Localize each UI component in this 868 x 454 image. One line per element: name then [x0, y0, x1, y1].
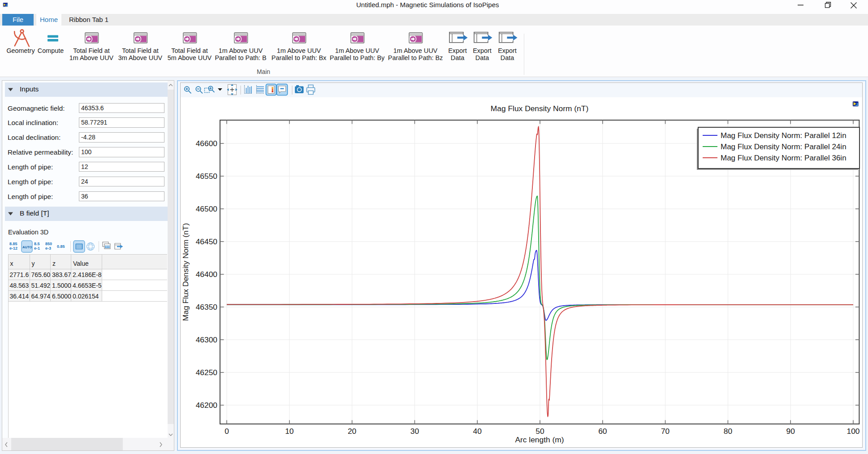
svg-text:Mag Flux Density Norm (nT): Mag Flux Density Norm (nT): [491, 104, 588, 113]
svg-text:e-12: e-12: [9, 246, 17, 251]
svg-text:80: 80: [724, 427, 732, 436]
svg-text:90: 90: [786, 427, 795, 436]
svg-text:100: 100: [846, 427, 859, 436]
svg-text:46400: 46400: [196, 270, 217, 279]
svg-text:46600: 46600: [196, 139, 217, 148]
svg-text:20: 20: [348, 427, 356, 436]
svg-text:e-1: e-1: [34, 246, 40, 251]
svg-text:850: 850: [45, 242, 52, 246]
svg-text:e-3: e-3: [45, 246, 51, 251]
svg-text:Arc length (m): Arc length (m): [515, 435, 564, 444]
svg-text:Mag Flux Density Norm (nT): Mag Flux Density Norm (nT): [181, 223, 190, 321]
svg-text:40: 40: [473, 427, 482, 436]
svg-text:10: 10: [285, 427, 294, 436]
svg-text:70: 70: [661, 427, 669, 436]
svg-text:0: 0: [225, 427, 229, 436]
svg-text:46450: 46450: [196, 237, 217, 246]
svg-text:AUTO: AUTO: [22, 245, 32, 249]
svg-text:46250: 46250: [196, 368, 217, 377]
svg-text:60: 60: [598, 427, 607, 436]
svg-text:46300: 46300: [196, 335, 217, 344]
svg-text:50: 50: [535, 427, 544, 436]
svg-text:Mag Flux Density Norm: Paralle: Mag Flux Density Norm: Parallel 24in: [721, 143, 846, 151]
svg-text:46550: 46550: [196, 172, 217, 181]
svg-text:Mag Flux Density Norm: Paralle: Mag Flux Density Norm: Parallel 36in: [721, 154, 846, 162]
svg-text:46350: 46350: [196, 303, 217, 311]
svg-text:Mag Flux Density Norm: Paralle: Mag Flux Density Norm: Parallel 12in: [721, 131, 846, 140]
svg-text:46500: 46500: [196, 204, 217, 213]
svg-text:0.85: 0.85: [57, 244, 65, 249]
svg-text:30: 30: [410, 427, 419, 436]
svg-text:46200: 46200: [196, 401, 217, 410]
svg-text:8.5: 8.5: [34, 242, 40, 246]
svg-text:8.85: 8.85: [9, 242, 17, 246]
